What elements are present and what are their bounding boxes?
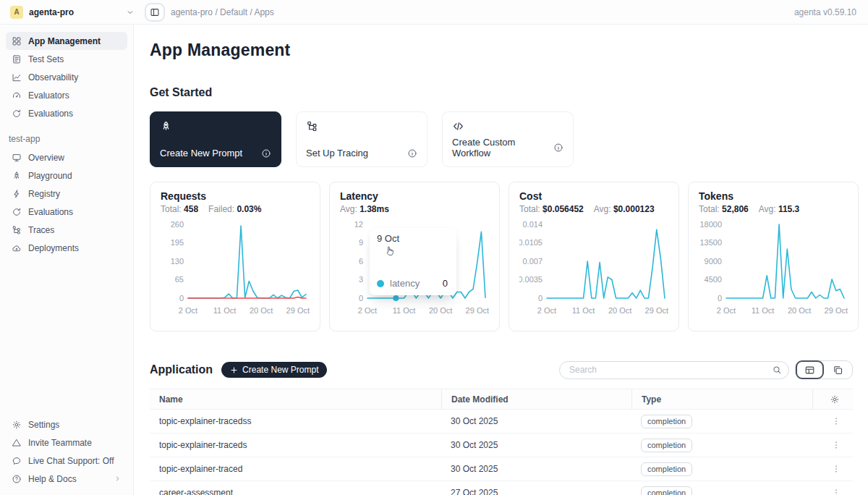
card-view-button[interactable] bbox=[824, 360, 852, 379]
sidebar-item-test-sets[interactable]: Test Sets bbox=[6, 50, 127, 68]
svg-text:20 Oct: 20 Oct bbox=[250, 306, 273, 315]
cell-date-modified: 30 Oct 2025 bbox=[441, 416, 631, 426]
svg-text:6: 6 bbox=[359, 257, 363, 266]
sidebar-item-live-chat-support-off[interactable]: Live Chat Support: Off bbox=[6, 452, 127, 470]
info-icon-button[interactable] bbox=[553, 143, 563, 153]
get-started-card-create-new-prompt[interactable]: Create New Prompt bbox=[150, 111, 281, 167]
info-icon-button[interactable] bbox=[261, 148, 271, 158]
type-badge: completion bbox=[641, 486, 692, 495]
sidebar-item-deployments[interactable]: Deployments bbox=[6, 239, 127, 257]
dots-vertical-icon[interactable] bbox=[831, 464, 841, 474]
svg-text:29 Oct: 29 Oct bbox=[466, 306, 489, 315]
table-row[interactable]: career-assessment27 Oct 2025completion bbox=[150, 481, 853, 495]
cloud-icon bbox=[12, 243, 22, 253]
chart-title: Cost bbox=[519, 190, 668, 202]
svg-text:0: 0 bbox=[718, 294, 722, 302]
sidebar-item-help-docs[interactable]: Help & Docs bbox=[6, 470, 127, 488]
get-started-card-set-up-tracing[interactable]: Set Up Tracing bbox=[296, 111, 427, 167]
sidebar-item-evaluators[interactable]: Evaluators bbox=[6, 86, 127, 104]
svg-text:0: 0 bbox=[179, 294, 184, 302]
get-started-card-create-custom-workflow[interactable]: Create Custom Workflow bbox=[442, 111, 574, 167]
dots-vertical-icon[interactable] bbox=[831, 416, 841, 426]
svg-text:11 Oct: 11 Oct bbox=[572, 306, 595, 315]
svg-text:20 Oct: 20 Oct bbox=[608, 306, 631, 315]
cell-name: topic-explainer-tracedss bbox=[150, 416, 441, 426]
sidebar-item-evaluations[interactable]: Evaluations bbox=[6, 104, 127, 122]
column-header-type[interactable]: Type bbox=[631, 389, 812, 409]
sidebar-item-label: Invite Teammate bbox=[28, 438, 92, 448]
create-button-label: Create New Prompt bbox=[242, 365, 318, 375]
sidebar-item-label: Test Sets bbox=[28, 54, 64, 64]
svg-text:2 Oct: 2 Oct bbox=[717, 306, 736, 315]
dots-vertical-icon[interactable] bbox=[831, 440, 841, 450]
info-icon bbox=[553, 143, 563, 153]
page-title: App Management bbox=[150, 41, 853, 60]
stat-card-requests: RequestsTotal: 458Failed: 0.03%065130195… bbox=[150, 182, 320, 331]
sidebar-main-nav: App ManagementTest SetsObservabilityEval… bbox=[6, 32, 127, 122]
table-view-button[interactable] bbox=[796, 360, 824, 379]
sidebar-item-invite-teammate[interactable]: Invite Teammate bbox=[6, 433, 127, 452]
cell-name: career-assessment bbox=[150, 488, 441, 495]
search-icon[interactable] bbox=[772, 365, 782, 375]
tree-icon bbox=[306, 120, 318, 132]
sidebar-item-label: Traces bbox=[28, 225, 54, 235]
table-view-icon bbox=[804, 365, 815, 376]
dots-vertical-icon[interactable] bbox=[831, 488, 841, 495]
sidebar-toggle-button[interactable] bbox=[145, 3, 165, 22]
cell-date-modified: 27 Oct 2025 bbox=[441, 488, 631, 495]
svg-text:29 Oct: 29 Oct bbox=[645, 306, 668, 315]
table-row[interactable]: topic-explainer-tracedss30 Oct 2025compl… bbox=[150, 410, 853, 433]
chevronRight-icon bbox=[114, 475, 122, 483]
info-icon-button[interactable] bbox=[407, 148, 417, 158]
chart-tooltip: 9 Oct latency 0 bbox=[370, 228, 456, 295]
app-version: agenta v0.59.10 bbox=[794, 7, 856, 17]
svg-text:0.007: 0.007 bbox=[522, 257, 542, 266]
card-label: Set Up Tracing bbox=[306, 148, 368, 158]
main-content: App Management Get Started Create New Pr… bbox=[134, 25, 868, 495]
row-menu bbox=[812, 440, 853, 450]
tooltip-value: 0 bbox=[443, 278, 449, 289]
card-label: Create New Prompt bbox=[160, 148, 242, 158]
monitor-icon bbox=[12, 153, 22, 163]
sidebar-item-label: Overview bbox=[28, 153, 64, 163]
chat-icon bbox=[12, 456, 22, 466]
cell-name: topic-explainer-traced bbox=[150, 464, 441, 474]
sidebar-item-app-management[interactable]: App Management bbox=[6, 32, 127, 50]
breadcrumb[interactable]: agenta-pro / Default / Apps bbox=[171, 7, 274, 17]
svg-text:0.014: 0.014 bbox=[522, 220, 542, 229]
row-menu bbox=[812, 464, 853, 474]
tooltip-series-name: latency bbox=[390, 278, 420, 289]
svg-text:20 Oct: 20 Oct bbox=[788, 306, 811, 315]
chart-stats: Avg: 1.38ms bbox=[340, 204, 489, 214]
sidebar-item-evaluations[interactable]: Evaluations bbox=[6, 203, 127, 221]
sidebar-item-settings[interactable]: Settings bbox=[6, 415, 127, 433]
svg-text:13500: 13500 bbox=[699, 238, 722, 247]
search-input[interactable] bbox=[559, 361, 789, 379]
svg-text:4500: 4500 bbox=[705, 275, 722, 284]
column-header-date-modified[interactable]: Date Modified bbox=[441, 389, 631, 409]
workspace-selector[interactable]: A agenta-pro bbox=[10, 6, 135, 19]
svg-text:130: 130 bbox=[171, 257, 184, 266]
sidebar-item-overview[interactable]: Overview bbox=[6, 148, 127, 166]
application-title: Application bbox=[150, 363, 213, 376]
sidebar-item-traces[interactable]: Traces bbox=[6, 221, 127, 239]
get-started-title: Get Started bbox=[150, 86, 853, 99]
sidebar-item-playground[interactable]: Playground bbox=[6, 166, 127, 185]
refresh-icon bbox=[12, 207, 22, 217]
create-new-prompt-button[interactable]: Create New Prompt bbox=[221, 362, 327, 378]
sidebar-item-label: Evaluations bbox=[28, 207, 73, 217]
chart-title: Requests bbox=[161, 190, 310, 202]
svg-text:18000: 18000 bbox=[699, 220, 722, 229]
sidebar-item-label: App Management bbox=[28, 36, 101, 46]
sidebar-item-registry[interactable]: Registry bbox=[6, 185, 127, 203]
column-header-name[interactable]: Name bbox=[150, 389, 441, 409]
type-badge: completion bbox=[641, 439, 692, 452]
sidebar-item-observability[interactable]: Observability bbox=[6, 68, 127, 86]
cell-date-modified: 30 Oct 2025 bbox=[441, 464, 631, 474]
table-row[interactable]: topic-explainer-traceds30 Oct 2025comple… bbox=[150, 433, 853, 457]
cell-name: topic-explainer-traceds bbox=[150, 440, 441, 450]
svg-text:195: 195 bbox=[171, 238, 184, 247]
table-row[interactable]: topic-explainer-traced30 Oct 2025complet… bbox=[150, 457, 853, 481]
gear-icon[interactable] bbox=[830, 394, 840, 405]
tree-icon bbox=[12, 225, 22, 235]
